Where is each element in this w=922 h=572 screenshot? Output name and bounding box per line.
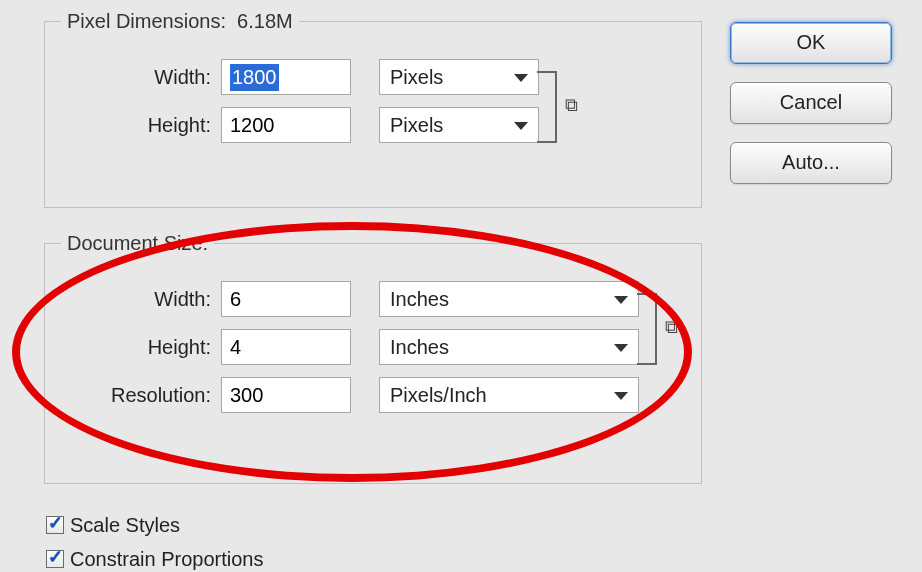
doc-height-label: Height: xyxy=(61,336,221,359)
px-height-unit-select[interactable]: Pixels xyxy=(379,107,539,143)
doc-width-unit: Inches xyxy=(390,288,449,310)
link-icon[interactable]: ⧉ xyxy=(665,317,678,338)
px-height-row: Height: Pixels xyxy=(61,101,685,149)
scale-styles-checkbox[interactable] xyxy=(46,516,64,534)
px-height-input[interactable] xyxy=(221,107,351,143)
px-width-value: 1800 xyxy=(230,64,279,91)
constrain-proportions-checkbox[interactable] xyxy=(46,550,64,568)
pixel-dimensions-group: Pixel Dimensions: 6.18M Width: 1800 Pixe… xyxy=(44,10,702,208)
pixel-dimensions-size: 6.18M xyxy=(237,10,293,32)
cancel-button[interactable]: Cancel xyxy=(730,82,892,124)
px-width-input[interactable]: 1800 xyxy=(221,59,351,95)
scale-styles-row: Scale Styles xyxy=(46,508,702,542)
doc-resolution-input[interactable] xyxy=(221,377,351,413)
doc-width-unit-select[interactable]: Inches xyxy=(379,281,639,317)
ok-button[interactable]: OK xyxy=(730,22,892,64)
px-width-label: Width: xyxy=(61,66,221,89)
doc-width-label: Width: xyxy=(61,288,221,311)
document-size-group: Document Size: Width: Inches Height: Inc… xyxy=(44,232,702,484)
options-checks: Scale Styles Constrain Proportions xyxy=(46,508,702,572)
doc-resolution-unit: Pixels/Inch xyxy=(390,384,487,406)
side-buttons: OK Cancel Auto... xyxy=(730,22,890,202)
doc-height-unit-select[interactable]: Inches xyxy=(379,329,639,365)
link-icon[interactable]: ⧉ xyxy=(565,95,578,116)
auto-button[interactable]: Auto... xyxy=(730,142,892,184)
px-width-unit-select[interactable]: Pixels xyxy=(379,59,539,95)
doc-height-row: Height: Inches xyxy=(61,323,685,371)
document-size-legend: Document Size: xyxy=(61,232,214,255)
constrain-proportions-label: Constrain Proportions xyxy=(70,548,263,571)
doc-height-unit: Inches xyxy=(390,336,449,358)
main-column: Pixel Dimensions: 6.18M Width: 1800 Pixe… xyxy=(44,10,702,572)
constrain-proportions-row: Constrain Proportions xyxy=(46,542,702,572)
px-width-row: Width: 1800 Pixels xyxy=(61,53,685,101)
px-height-unit: Pixels xyxy=(390,114,443,136)
px-height-label: Height: xyxy=(61,114,221,137)
scale-styles-label: Scale Styles xyxy=(70,514,180,537)
doc-width-row: Width: Inches xyxy=(61,275,685,323)
px-link-bracket xyxy=(537,71,557,143)
doc-resolution-unit-select[interactable]: Pixels/Inch xyxy=(379,377,639,413)
doc-resolution-row: Resolution: Pixels/Inch xyxy=(61,371,685,419)
pixel-dimensions-label: Pixel Dimensions: xyxy=(67,10,226,32)
doc-link-bracket xyxy=(637,293,657,365)
px-width-unit: Pixels xyxy=(390,66,443,88)
pixel-dimensions-legend: Pixel Dimensions: 6.18M xyxy=(61,10,299,33)
doc-width-input[interactable] xyxy=(221,281,351,317)
doc-resolution-label: Resolution: xyxy=(61,384,221,407)
image-size-dialog: Pixel Dimensions: 6.18M Width: 1800 Pixe… xyxy=(0,0,922,572)
doc-height-input[interactable] xyxy=(221,329,351,365)
